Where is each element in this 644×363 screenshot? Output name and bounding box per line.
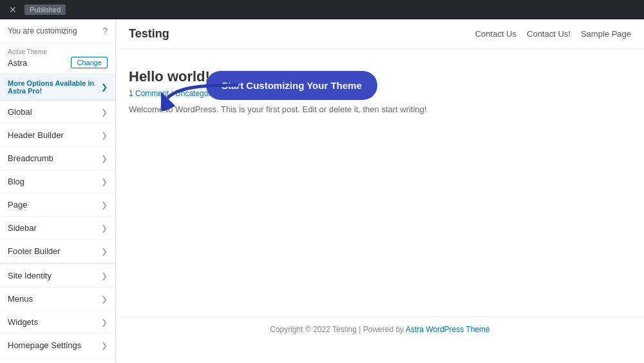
customizing-label: You are customizing (8, 26, 77, 35)
nav-contact-us-alt[interactable]: Contact Us! (527, 29, 571, 39)
content-spacer (116, 136, 644, 317)
astra-pro-banner[interactable]: More Options Available in Astra Pro! ❯ (0, 74, 115, 101)
post-title: Hello world! (129, 68, 554, 85)
astra-pro-chevron: ❯ (101, 83, 108, 92)
sidebar-item-global[interactable]: Global ❯ (0, 101, 115, 124)
post-excerpt: Welcome to WordPress. This is your first… (129, 103, 554, 117)
sidebar-page-chevron: ❯ (101, 201, 108, 210)
astra-pro-text: More Options Available in Astra Pro! (8, 79, 101, 95)
site-title: Testing (129, 27, 169, 41)
sidebar-item-homepage-settings[interactable]: Homepage Settings ❯ (0, 334, 115, 357)
sidebar-site-identity-chevron: ❯ (101, 271, 108, 280)
sidebar-item-additional-css[interactable]: Additional CSS ❯ (0, 357, 115, 363)
sidebar-item-page-label: Page (8, 200, 101, 210)
sidebar-item-site-identity[interactable]: Site Identity ❯ (0, 264, 115, 288)
sidebar-item-header-builder-label: Header Builder (8, 130, 101, 140)
sidebar-item-footer-builder-label: Footer Builder (8, 246, 101, 256)
preview-area: Testing Contact Us Contact Us! Sample Pa… (116, 19, 644, 363)
sidebar: You are customizing ? Active Theme Astra… (0, 19, 116, 363)
sidebar-breadcrumb-chevron: ❯ (101, 154, 108, 163)
change-theme-button[interactable]: Change (71, 57, 108, 68)
active-theme-label: Active Theme (8, 48, 108, 55)
sidebar-item-breadcrumb[interactable]: Breadcrumb ❯ (0, 147, 115, 170)
preview-frame: Testing Contact Us Contact Us! Sample Pa… (116, 19, 644, 363)
sidebar-widgets-chevron: ❯ (101, 318, 108, 327)
site-content: Hello world! 1 Comment / Uncategorized /… (116, 49, 567, 136)
post-meta: 1 Comment / Uncategorized / By admin (129, 89, 554, 98)
sidebar-item-blog[interactable]: Blog ❯ (0, 170, 115, 193)
sidebar-item-widgets[interactable]: Widgets ❯ (0, 311, 115, 334)
sidebar-item-sidebar[interactable]: Sidebar ❯ (0, 217, 115, 240)
post-category-link[interactable]: Uncategorized (175, 89, 225, 98)
published-badge: Published (24, 5, 66, 15)
sidebar-homepage-settings-chevron: ❯ (101, 341, 108, 350)
sidebar-item-global-label: Global (8, 107, 101, 117)
sidebar-item-page[interactable]: Page ❯ (0, 193, 115, 217)
sidebar-header-builder-chevron: ❯ (101, 131, 108, 140)
footer-text: Copyright © 2022 Testing | Powered by (270, 325, 406, 334)
sidebar-item-sidebar-label: Sidebar (8, 223, 101, 233)
sidebar-item-site-identity-label: Site Identity (8, 271, 101, 280)
active-theme-section: Active Theme Astra Change (0, 43, 115, 74)
close-button[interactable]: ✕ (6, 4, 19, 15)
nav-sample-page[interactable]: Sample Page (581, 29, 631, 39)
sidebar-blog-chevron: ❯ (101, 177, 108, 186)
post-author-link[interactable]: admin (243, 89, 264, 98)
site-nav: Contact Us Contact Us! Sample Page (475, 29, 631, 39)
sidebar-footer-builder-chevron: ❯ (101, 247, 108, 256)
active-theme-row: Astra Change (8, 57, 108, 68)
sidebar-item-menus[interactable]: Menus ❯ (0, 288, 115, 311)
sidebar-item-widgets-label: Widgets (8, 317, 101, 327)
sidebar-item-header-builder[interactable]: Header Builder ❯ (0, 124, 115, 147)
top-bar-left: ✕ Published (6, 4, 66, 15)
nav-contact-us[interactable]: Contact Us (475, 29, 516, 39)
sidebar-item-breadcrumb-label: Breadcrumb (8, 153, 101, 163)
post-comments-link[interactable]: 1 Comment (129, 89, 169, 98)
help-icon[interactable]: ? (102, 26, 108, 36)
sidebar-item-blog-label: Blog (8, 177, 101, 186)
sidebar-global-chevron: ❯ (101, 108, 108, 117)
sidebar-menus-chevron: ❯ (101, 295, 108, 304)
sidebar-menu-secondary: Site Identity ❯ Menus ❯ Widgets ❯ Homepa… (0, 264, 115, 363)
site-header: Testing Contact Us Contact Us! Sample Pa… (116, 19, 644, 49)
sidebar-menu-primary: Global ❯ Header Builder ❯ Breadcrumb ❯ B… (0, 101, 115, 263)
sidebar-item-menus-label: Menus (8, 294, 101, 304)
sidebar-item-footer-builder[interactable]: Footer Builder ❯ (0, 240, 115, 263)
sidebar-item-homepage-settings-label: Homepage Settings (8, 340, 101, 350)
sidebar-sidebar-chevron: ❯ (101, 224, 108, 233)
footer-link[interactable]: Astra WordPress Theme (406, 325, 490, 334)
main-layout: You are customizing ? Active Theme Astra… (0, 19, 644, 363)
site-footer: Copyright © 2022 Testing | Powered by As… (116, 317, 644, 342)
top-bar: ✕ Published (0, 0, 644, 19)
active-theme-name: Astra (8, 58, 27, 68)
sidebar-top: You are customizing ? (0, 19, 115, 43)
